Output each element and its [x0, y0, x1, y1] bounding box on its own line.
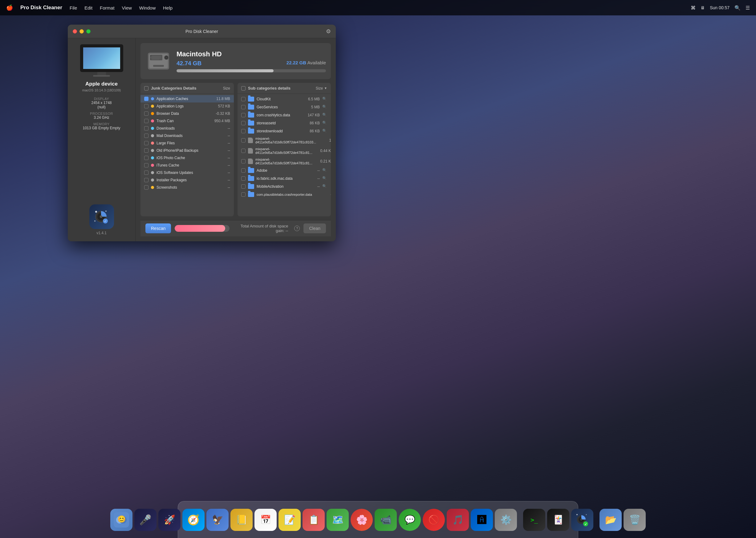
sub-item-checkbox[interactable] [241, 129, 245, 133]
sort-chevron-icon[interactable]: ▼ [324, 86, 327, 90]
dock-icon-maps[interactable]: 🗺️ [327, 509, 349, 531]
sub-item-checkbox[interactable] [241, 138, 245, 142]
sub-item-checkbox[interactable] [241, 192, 245, 197]
menu-file[interactable]: File [70, 5, 77, 11]
dock-icon-mail-bird[interactable]: 🦅 [206, 509, 228, 531]
sub-select-all[interactable] [241, 86, 245, 90]
junk-item-checkbox[interactable] [144, 171, 149, 175]
dock-icon-finder[interactable]: 😊 [110, 509, 133, 531]
sub-item-fabric[interactable]: io.fabric.sdk.mac.data -- 🔍 [237, 175, 331, 183]
sub-item-storedownloadd[interactable]: storedownloadd 86 KB 🔍 [237, 127, 331, 135]
sub-item-checkbox[interactable] [241, 149, 245, 153]
junk-item-installer-packages[interactable]: Installer Packages -- [141, 176, 234, 184]
junk-item-browser-data[interactable]: Browser Data -0.32 KB [141, 110, 234, 117]
sub-item-checkbox[interactable] [241, 113, 245, 117]
apple-menu[interactable]: 🍎 [6, 4, 13, 11]
rescan-button[interactable]: Rescan [146, 223, 171, 233]
junk-item-itunes-cache[interactable]: iTunes Cache -- [141, 162, 234, 169]
dock-icon-downloads[interactable]: 📂 [599, 509, 622, 531]
list-icon[interactable]: ☰ [745, 5, 750, 11]
app-name-menu[interactable]: Pro Disk Cleaner [20, 5, 62, 11]
magnify-icon[interactable]: 🔍 [322, 97, 327, 102]
junk-item-checkbox[interactable] [144, 178, 149, 182]
dock-icon-calendar[interactable]: 📅 [254, 509, 277, 531]
sub-item-plausiblelabs[interactable]: com.plausiblelabs.crashreporter.data -- … [237, 190, 331, 198]
sub-item-storeassetd[interactable]: storeassetd 86 KB 🔍 [237, 119, 331, 127]
junk-item-checkbox[interactable] [144, 126, 149, 131]
help-icon[interactable]: ? [294, 226, 300, 231]
dock-icon-trash[interactable]: 🗑️ [623, 509, 646, 531]
junk-item-downloads[interactable]: Downloads -- [141, 125, 234, 132]
sub-item-mixpanel-2[interactable]: mixpanel-d411e9d5a7d1b8c50ff72de4781c81.… [237, 145, 331, 156]
clean-button[interactable]: Clean [303, 223, 326, 233]
junk-item-ios-updates[interactable]: iOS Software Updates -- [141, 169, 234, 176]
sub-item-adobe[interactable]: Adobe -- 🔍 [237, 167, 331, 175]
close-button[interactable] [73, 29, 77, 33]
junk-item-checkbox[interactable] [144, 148, 149, 153]
dock-icon-siri[interactable]: 🎤 [134, 509, 157, 531]
sub-item-checkbox[interactable] [241, 121, 245, 125]
sub-item-checkbox[interactable] [241, 176, 245, 181]
dock-icon-music[interactable]: 🎵 [447, 509, 469, 531]
dock-icon-stickies[interactable]: 📝 [279, 509, 301, 531]
sub-item-mixpanel-3[interactable]: mixpanel-d411e9d5a7d1b8c50ff72de4781c81.… [237, 156, 331, 167]
maximize-button[interactable] [86, 29, 91, 33]
sub-item-cloudkit[interactable]: CloudKit 6.5 MB 🔍 [237, 95, 331, 103]
magnify-icon[interactable]: 🔍 [322, 184, 327, 189]
junk-item-screenshots[interactable]: Screenshots -- [141, 184, 234, 191]
junk-item-checkbox[interactable] [144, 104, 149, 108]
junk-item-application-logs[interactable]: Application Logs 572 KB [141, 102, 234, 110]
junk-item-checkbox[interactable] [144, 156, 149, 160]
magnify-icon[interactable]: 🔍 [322, 129, 327, 134]
dock-icon-safari[interactable]: 🧭 [182, 509, 205, 531]
magnify-icon[interactable]: 🔍 [322, 121, 327, 126]
dock-icon-terminal[interactable]: >_ [523, 509, 545, 531]
airplay-icon[interactable]: ⌘ [691, 5, 696, 11]
sub-item-geoservices[interactable]: GeoServices 5 MB 🔍 [237, 103, 331, 111]
menu-view[interactable]: View [122, 5, 132, 11]
sub-item-mobile-activation[interactable]: MobileActivation -- 🔍 [237, 183, 331, 190]
junk-item-large-files[interactable]: Large Files -- [141, 139, 234, 147]
menu-format[interactable]: Format [100, 5, 115, 11]
dock-icon-notes[interactable]: 📒 [230, 509, 253, 531]
dock-icon-dnd[interactable]: 🚫 [423, 509, 445, 531]
dock-icon-facetime[interactable]: 📹 [375, 509, 397, 531]
sub-item-checkbox[interactable] [241, 105, 245, 109]
dock-icon-bartender[interactable]: 🃏 [547, 509, 569, 531]
search-icon[interactable]: 🔍 [734, 5, 741, 11]
junk-item-checkbox[interactable] [144, 163, 149, 167]
dock-icon-appstore[interactable]: 🅰 [471, 509, 493, 531]
junk-item-checkbox[interactable] [144, 185, 149, 189]
magnify-icon[interactable]: 🔍 [322, 105, 327, 110]
junk-item-trash-can[interactable]: Trash Can 950.4 MB [141, 117, 234, 125]
dock-icon-reminders[interactable]: 📋 [302, 509, 325, 531]
junk-select-all[interactable] [144, 86, 149, 90]
junk-item-checkbox[interactable] [144, 134, 149, 138]
junk-item-mail-downloads[interactable]: Mail Downloads -- [141, 132, 234, 139]
menu-edit[interactable]: Edit [85, 5, 93, 11]
dock-icon-sysprefs[interactable]: ⚙️ [495, 509, 517, 531]
sub-item-checkbox[interactable] [241, 168, 245, 173]
magnify-icon[interactable]: 🔍 [322, 176, 327, 181]
sub-item-crashlytics[interactable]: com.crashlytics.data 147 KB 🔍 [237, 111, 331, 119]
junk-item-ipad-backups[interactable]: Old iPhone/iPad Backups -- [141, 147, 234, 154]
dock-icon-messages[interactable]: 💬 [399, 509, 421, 531]
junk-item-ios-photo-cache[interactable]: iOS Photo Cache -- [141, 154, 234, 162]
dock-icon-launchpad[interactable]: 🚀 [158, 509, 180, 531]
settings-icon[interactable]: ⚙ [326, 28, 331, 35]
junk-item-checkbox[interactable] [144, 141, 149, 145]
sub-item-checkbox[interactable] [241, 185, 245, 189]
junk-item-checkbox[interactable] [144, 111, 149, 116]
dock-icon-diskcleaneer[interactable]: ✓ [571, 509, 593, 531]
sub-item-mixpanel-1[interactable]: mixpanel-d411e9d5a7d1b8c50ff72de4781c810… [237, 135, 331, 145]
magnify-icon[interactable]: 🔍 [322, 113, 327, 118]
junk-item-checkbox[interactable] [144, 119, 149, 123]
minimize-button[interactable] [80, 29, 84, 33]
junk-item-checkbox[interactable] [144, 97, 149, 101]
junk-item-application-caches[interactable]: Application Caches 11.8 MB [141, 95, 234, 102]
magnify-icon[interactable]: 🔍 [322, 168, 327, 173]
sub-item-checkbox[interactable] [241, 159, 245, 163]
menu-window[interactable]: Window [139, 5, 156, 11]
sub-item-checkbox[interactable] [241, 97, 245, 101]
dock-icon-photos[interactable]: 🌸 [350, 509, 373, 531]
